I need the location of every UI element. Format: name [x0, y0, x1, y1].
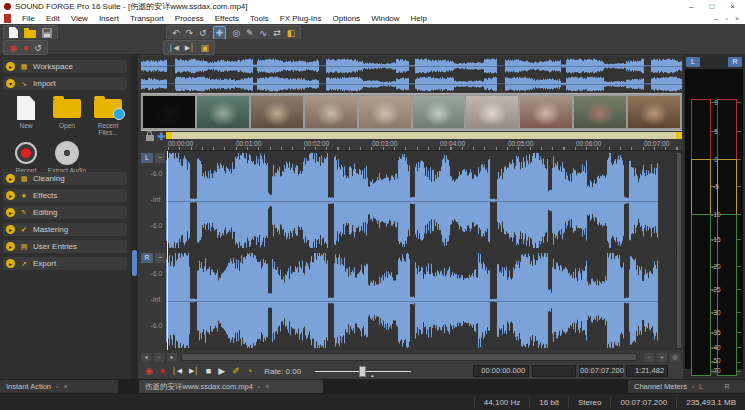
import-tile-new[interactable]: New [6, 95, 46, 129]
import-tile-recent-files[interactable]: Recent Files... [88, 95, 128, 136]
event-tool-icon[interactable]: ⇄ [273, 27, 281, 39]
save-icon[interactable] [42, 28, 52, 38]
length-display[interactable]: 1:21,482 [626, 365, 668, 377]
paint-tool-icon[interactable]: ◧ [287, 27, 296, 39]
menu-view[interactable]: View [71, 14, 88, 23]
expand-arrow-icon[interactable]: ▸ [6, 259, 15, 268]
redo-icon[interactable]: ↷ [186, 27, 194, 39]
go-to-end-icon[interactable]: ▶│ [189, 364, 199, 378]
edit-tool-icon[interactable]: ✚ [213, 26, 227, 40]
horizontal-scrollbar[interactable] [181, 353, 637, 361]
pencil-tool-icon[interactable]: ✎ [246, 27, 254, 39]
sidebar-section-import[interactable]: ▾ ↘ Import [3, 77, 127, 90]
playback-cursor[interactable] [167, 151, 168, 350]
expand-arrow-icon[interactable]: ▸ [6, 225, 15, 234]
right-channel-waveform[interactable] [166, 251, 676, 350]
close-icon[interactable]: × [64, 383, 68, 390]
float-icon[interactable]: ▫ [56, 383, 58, 390]
menu-file[interactable]: File [22, 14, 35, 23]
import-tile-open[interactable]: Open [47, 95, 87, 129]
go-to-start-icon[interactable]: │◀ [169, 42, 179, 54]
loop-end-marker[interactable] [676, 132, 682, 139]
menu-fx-plugins[interactable]: FX Plug-Ins [280, 14, 322, 23]
close-icon[interactable]: × [265, 383, 269, 390]
expand-arrow-icon[interactable]: ▸ [6, 62, 15, 71]
expand-arrow-icon[interactable]: ▸ [6, 242, 15, 251]
menu-effects[interactable]: Effects [215, 14, 239, 23]
scroll-right-icon[interactable]: ▸ [167, 353, 177, 362]
left-channel-minimize-button[interactable]: − [155, 153, 165, 163]
maximize-button[interactable]: □ [709, 2, 714, 11]
left-channel-button[interactable]: L [141, 153, 153, 163]
sidebar-scrollbar[interactable] [131, 55, 138, 379]
envelope-tool-icon[interactable]: ∿ [260, 27, 268, 39]
right-channel-button[interactable]: R [141, 253, 153, 263]
loop-start-marker[interactable] [166, 132, 172, 139]
record-remote-icon[interactable]: ◉ [9, 42, 17, 54]
selection-display[interactable] [532, 365, 576, 377]
video-thumbnail[interactable] [466, 96, 518, 128]
menu-edit[interactable]: Edit [46, 14, 60, 23]
time-ruler[interactable]: 00:00:00 00:01:00 00:02:00 00:03:00 00:0… [166, 140, 682, 151]
loop-region-bar[interactable] [166, 132, 682, 139]
sidebar-section-workspace[interactable]: ▸ ▦ Workspace [3, 60, 127, 73]
lock-icon[interactable] [146, 135, 154, 141]
video-thumbnail[interactable] [143, 96, 195, 128]
menu-insert[interactable]: Insert [99, 14, 119, 23]
expand-arrow-icon[interactable]: ▸ [6, 208, 15, 217]
magnify-icon[interactable]: ◎ [670, 353, 680, 362]
video-thumbnail[interactable] [413, 96, 465, 128]
zoom-in-time-icon[interactable]: + [657, 353, 667, 362]
record-icon[interactable]: ● [23, 42, 28, 54]
right-channel-minimize-button[interactable]: − [155, 253, 165, 263]
go-to-start-icon[interactable]: │◀ [172, 364, 182, 378]
open-file-icon[interactable] [24, 30, 36, 38]
child-close-button[interactable]: × [735, 15, 739, 22]
video-thumbnail[interactable] [520, 96, 572, 128]
sidebar-section-export[interactable]: ▸ ↗ Export [3, 257, 127, 270]
scroll-left-icon[interactable]: ◂ [141, 353, 151, 362]
minimize-button[interactable]: – [689, 2, 693, 11]
close-button[interactable]: × [730, 2, 735, 11]
sidebar-section-user-entries[interactable]: ▸ ▤ User Entries [3, 240, 127, 253]
repeat-icon[interactable]: ↺ [199, 27, 207, 39]
video-thumbnail[interactable] [197, 96, 249, 128]
sidebar-section-cleaning[interactable]: ▸ ▩ Cleaning [3, 172, 127, 185]
loop-playback-icon[interactable]: ↺ [34, 42, 42, 54]
meter-left-button[interactable]: L [686, 57, 700, 67]
overview-waveform[interactable] [141, 56, 682, 92]
meter-right-button[interactable]: R [728, 57, 742, 67]
play-plugin-chain-icon[interactable]: ✐ [232, 364, 240, 378]
video-thumbnail[interactable] [251, 96, 303, 128]
menu-options[interactable]: Options [333, 14, 361, 23]
rate-slider-knob[interactable] [359, 366, 366, 377]
marker-tool-icon[interactable]: ▣ [201, 42, 210, 54]
stop-icon[interactable]: ■ [206, 364, 211, 378]
meter-display[interactable]: 9 5 0 -5 -10 -15 -20 -25 -30 -35 -40 -50… [685, 69, 743, 369]
video-thumbnail[interactable] [628, 96, 680, 128]
child-minimize-button[interactable]: – [715, 15, 719, 22]
menu-process[interactable]: Process [175, 14, 204, 23]
menu-help[interactable]: Help [411, 14, 427, 23]
record-remote-icon[interactable]: ◉ [145, 364, 153, 378]
child-restore-button[interactable]: ▫ [725, 15, 727, 22]
import-tile-record[interactable]: Record [6, 140, 46, 174]
zoom-out-time-icon[interactable]: − [644, 353, 654, 362]
go-to-end-icon[interactable]: ▶│ [185, 42, 195, 54]
zoom-out-icon[interactable]: − [154, 353, 164, 362]
expand-arrow-icon[interactable]: ▸ [6, 191, 15, 200]
collapse-arrow-icon[interactable]: ▾ [6, 79, 15, 88]
rate-slider[interactable]: ▴ [315, 365, 411, 377]
instant-action-tab[interactable]: Instant Action ▫ × [0, 380, 118, 393]
play-icon[interactable]: ▶ [218, 364, 225, 378]
menu-window[interactable]: Window [371, 14, 399, 23]
sidebar-section-effects[interactable]: ▸ ★ Effects [3, 189, 127, 202]
sidebar-scrollbar-thumb[interactable] [132, 250, 137, 276]
sidebar-section-mastering[interactable]: ▸ ✔ Mastering [3, 223, 127, 236]
float-icon[interactable]: ▫ [258, 383, 260, 390]
sidebar-section-editing[interactable]: ▸ ✎ Editing [3, 206, 127, 219]
undo-icon[interactable]: ↶ [172, 27, 180, 39]
video-thumbnail[interactable] [305, 96, 357, 128]
end-display[interactable]: 00:07:07.200 [579, 365, 623, 377]
move-cross-icon[interactable]: ✚ [157, 131, 165, 142]
